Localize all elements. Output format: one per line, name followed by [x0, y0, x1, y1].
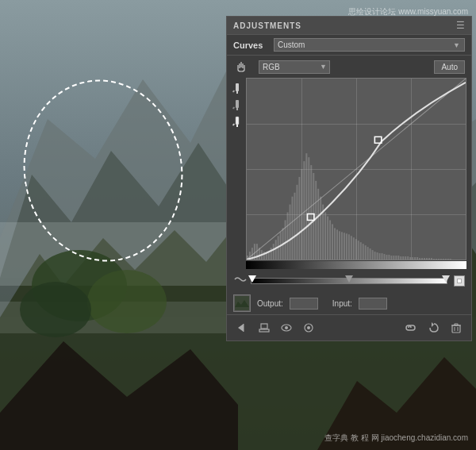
- svg-marker-118: [432, 322, 434, 327]
- output-label: Output:: [257, 299, 283, 308]
- eyedropper-white-tool[interactable]: [230, 115, 244, 129]
- eyedropper-black-tool[interactable]: [230, 82, 244, 96]
- clip-layer-button[interactable]: [255, 319, 273, 337]
- mountain-preview-icon: [235, 296, 249, 310]
- finger-icon: [234, 60, 248, 74]
- svg-rect-18: [236, 125, 238, 127]
- adjustments-panel: ADJUSTMENTS ☰ Curves Custom Default Stro…: [226, 16, 472, 341]
- curves-preset-select[interactable]: Custom Default Strong Contrast Lighter D…: [274, 38, 465, 52]
- curves-preset-row: Curves Custom Default Strong Contrast Li…: [227, 35, 471, 56]
- eye-icon: [280, 321, 293, 334]
- svg-point-10: [20, 282, 91, 337]
- back-arrow-button[interactable]: [233, 319, 251, 337]
- preview-thumbnail: [233, 294, 251, 312]
- reset-button[interactable]: [425, 319, 443, 337]
- eyedropper-gray-icon: [232, 99, 243, 112]
- panel-header: ADJUSTMENTS ☰: [227, 17, 471, 35]
- svg-rect-15: [236, 108, 238, 110]
- view-icon: [302, 321, 315, 334]
- input-label: Input:: [332, 299, 352, 308]
- svg-rect-17: [236, 117, 239, 125]
- curves-svg: [247, 79, 466, 260]
- link-icon: [405, 321, 418, 334]
- svg-point-115: [285, 326, 288, 329]
- view-button[interactable]: [300, 319, 317, 337]
- curves-finger-tool[interactable]: [233, 59, 249, 75]
- output-value-input[interactable]: [290, 298, 318, 310]
- curves-graph-wrapper: [246, 78, 466, 269]
- svg-point-9: [87, 270, 167, 333]
- svg-rect-119: [452, 325, 460, 333]
- bottom-toolbar-left: [233, 319, 317, 337]
- svg-rect-112: [261, 324, 267, 329]
- svg-rect-111: [259, 329, 269, 332]
- panel-title: ADJUSTMENTS: [233, 21, 301, 30]
- auto-button[interactable]: Auto: [434, 60, 465, 74]
- black-point-handle[interactable]: [248, 275, 256, 283]
- link-button[interactable]: [403, 319, 420, 337]
- reset-icon: [428, 321, 440, 334]
- svg-rect-14: [236, 100, 239, 108]
- white-triangle: [457, 279, 462, 283]
- diagonal-reference: [247, 79, 466, 260]
- svg-rect-107: [235, 296, 249, 310]
- eyedropper-gray-tool[interactable]: [230, 98, 244, 113]
- curves-graph[interactable]: [246, 78, 466, 260]
- output-input-row: Output: Input:: [227, 292, 471, 314]
- white-point-indicator: [454, 275, 465, 287]
- input-slider-track: [251, 277, 447, 284]
- panel-menu-icon[interactable]: ☰: [456, 20, 465, 31]
- back-arrow-icon: [236, 321, 248, 334]
- svg-rect-12: [236, 91, 238, 94]
- curves-area-wrapper: [227, 78, 471, 269]
- slider-area: [227, 269, 471, 292]
- input-value-input[interactable]: [359, 298, 387, 310]
- svg-rect-11: [236, 83, 239, 91]
- eyedropper-white-icon: [232, 116, 243, 129]
- mid-point-handle[interactable]: [345, 275, 353, 283]
- trash-icon: [450, 321, 463, 334]
- svg-rect-121: [455, 324, 458, 325]
- wave-icon: [233, 272, 248, 289]
- bottom-toolbar-right: [403, 319, 465, 337]
- channel-select[interactable]: RGB Red Green Blue: [259, 60, 330, 74]
- left-tools: [228, 78, 246, 269]
- channel-select-wrapper: RGB Red Green Blue ▼: [259, 60, 431, 74]
- channel-toolbar: RGB Red Green Blue ▼ Auto: [227, 56, 471, 78]
- svg-rect-19: [232, 123, 236, 126]
- delete-button[interactable]: [447, 319, 465, 337]
- control-point-1[interactable]: [307, 214, 313, 221]
- clip-layer-icon: [258, 321, 271, 334]
- svg-marker-109: [238, 324, 244, 332]
- svg-rect-16: [232, 106, 236, 110]
- visibility-eye-button[interactable]: [278, 319, 295, 337]
- svg-rect-13: [232, 90, 236, 93]
- bottom-toolbar: [227, 314, 471, 340]
- white-point-handle[interactable]: [442, 275, 450, 283]
- output-gradient-bar: [246, 261, 466, 269]
- svg-point-117: [307, 326, 310, 329]
- watermark-bottom: 查字典 教 程 网 jiaocheng.chazidian.com: [324, 433, 468, 444]
- eyedropper-black-icon: [232, 83, 243, 95]
- curves-label: Curves: [233, 40, 269, 50]
- curves-path: [247, 83, 466, 260]
